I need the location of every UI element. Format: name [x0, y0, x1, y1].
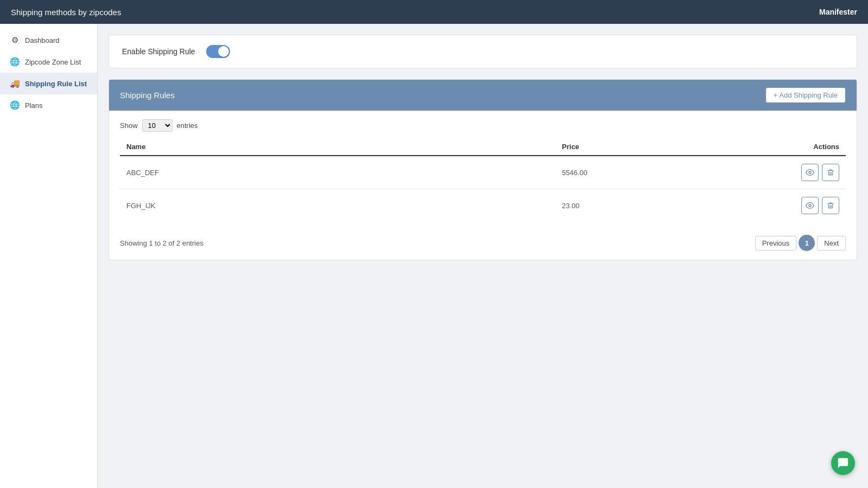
add-shipping-rule-button[interactable]: + Add Shipping Rule [765, 87, 846, 103]
sidebar-item-dashboard[interactable]: ⚙ Dashboard [0, 29, 97, 51]
entries-select[interactable]: 10 25 50 100 [142, 119, 173, 132]
sidebar-item-shipping-label: Shipping Rule List [25, 80, 87, 88]
sidebar-item-dashboard-label: Dashboard [25, 36, 60, 44]
sidebar-item-zipcode-label: Zipcode Zone List [25, 58, 81, 66]
enable-shipping-toggle[interactable] [206, 45, 230, 58]
eye-icon [806, 201, 814, 210]
sidebar: ⚙ Dashboard 🌐 Zipcode Zone List 🚚 Shippi… [0, 24, 98, 488]
svg-point-0 [809, 171, 811, 174]
shipping-rule-icon: 🚚 [10, 79, 20, 88]
zipcode-zone-icon: 🌐 [10, 57, 20, 67]
delete-button[interactable] [822, 164, 839, 181]
entries-label: entries [177, 121, 198, 130]
chat-icon [837, 457, 849, 469]
enable-shipping-label: Enable Shipping Rule [122, 47, 195, 56]
rules-card-body: Show 10 25 50 100 entries Name Price [109, 111, 857, 260]
row-actions [700, 189, 846, 222]
svg-point-1 [809, 204, 811, 207]
delete-button[interactable] [822, 197, 839, 214]
row-price: 5546.00 [556, 156, 701, 189]
rules-card-header: Shipping Rules + Add Shipping Rule [109, 80, 857, 111]
rules-card-title: Shipping Rules [120, 91, 175, 100]
dashboard-icon: ⚙ [10, 35, 20, 45]
page-title: Shipping methods by zipcodes [11, 8, 121, 17]
shipping-rules-card: Shipping Rules + Add Shipping Rule Show … [108, 79, 857, 260]
sidebar-item-zipcode-zone-list[interactable]: 🌐 Zipcode Zone List [0, 51, 97, 73]
sidebar-item-plans-label: Plans [25, 101, 43, 110]
row-price: 23.00 [556, 189, 701, 222]
view-button[interactable] [801, 197, 819, 214]
enable-shipping-card: Enable Shipping Rule [108, 35, 857, 68]
show-label: Show [120, 121, 138, 130]
action-buttons [707, 164, 839, 181]
chat-bubble[interactable] [831, 451, 855, 475]
row-actions [700, 156, 846, 189]
next-button[interactable]: Next [817, 236, 846, 251]
action-buttons [707, 197, 839, 214]
main-content: Enable Shipping Rule Shipping Rules + Ad… [98, 24, 868, 488]
pagination-info: Showing 1 to 2 of 2 entries [120, 239, 203, 247]
shipping-rules-table: Name Price Actions ABC_DEF 5546.00 [120, 138, 846, 222]
pagination-controls: Previous 1 Next [755, 235, 846, 251]
trash-icon [827, 168, 834, 177]
col-header-name: Name [120, 138, 556, 156]
page-1-button[interactable]: 1 [799, 235, 815, 251]
pagination-row: Showing 1 to 2 of 2 entries Previous 1 N… [120, 230, 846, 251]
sidebar-item-shipping-rule-list[interactable]: 🚚 Shipping Rule List [0, 73, 97, 94]
eye-icon [806, 168, 814, 177]
plans-icon: 🌐 [10, 100, 20, 110]
toggle-thumb [218, 46, 229, 57]
layout: ⚙ Dashboard 🌐 Zipcode Zone List 🚚 Shippi… [0, 24, 868, 488]
topbar: Shipping methods by zipcodes Manifester [0, 0, 868, 24]
table-row: FGH_IJK 23.00 [120, 189, 846, 222]
view-button[interactable] [801, 164, 819, 181]
row-name: ABC_DEF [120, 156, 556, 189]
col-header-price: Price [556, 138, 701, 156]
row-name: FGH_IJK [120, 189, 556, 222]
col-header-actions: Actions [700, 138, 846, 156]
sidebar-item-plans[interactable]: 🌐 Plans [0, 94, 97, 116]
user-label: Manifester [819, 8, 857, 16]
show-entries-row: Show 10 25 50 100 entries [120, 119, 846, 132]
table-row: ABC_DEF 5546.00 [120, 156, 846, 189]
previous-button[interactable]: Previous [755, 236, 797, 251]
trash-icon [827, 201, 834, 210]
